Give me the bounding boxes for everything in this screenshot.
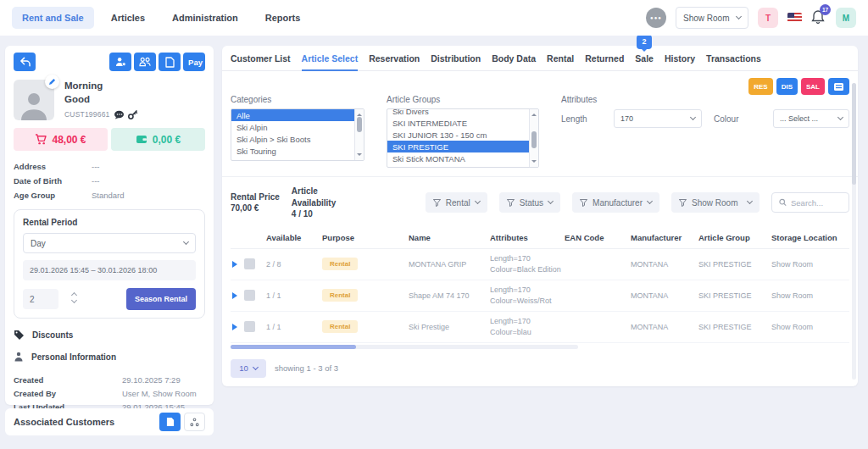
nav-administration[interactable]: Administration — [162, 7, 248, 29]
page-summary: showing 1 - 3 of 3 — [275, 363, 338, 373]
pay-button[interactable]: Pay — [183, 53, 205, 71]
res-mode-button[interactable]: RES — [748, 78, 772, 95]
customer-settings-button[interactable] — [109, 53, 131, 71]
page-size-select[interactable]: 10 — [231, 359, 266, 378]
scrollbar[interactable] — [529, 109, 538, 167]
tab-distribution[interactable]: Distribution — [431, 46, 481, 71]
chat-icon[interactable]: ●●● — [646, 8, 666, 28]
search-input[interactable] — [791, 198, 842, 208]
category-item[interactable]: Ski Alpin > Ski Boots — [231, 133, 354, 145]
date-range-input[interactable]: 29.01.2026 15:45 – 30.01.2026 18:00 — [23, 260, 196, 280]
associated-customers-button[interactable] — [134, 53, 156, 71]
search-box[interactable] — [771, 192, 849, 213]
nav-rent-and-sale[interactable]: Rent and Sale — [12, 7, 94, 29]
tab-body-data[interactable]: Body Data — [492, 46, 536, 71]
tab-rental[interactable]: Rental — [547, 46, 574, 71]
row-checkbox[interactable] — [244, 258, 255, 269]
tab-reservation[interactable]: Reservation — [369, 46, 420, 71]
article-group-item[interactable]: SKI JUNIOR 130 - 150 cm — [387, 129, 529, 141]
notifications-button[interactable]: 17 — [811, 9, 826, 26]
available-cell: 1 / 1 — [266, 291, 322, 300]
scroll-up-icon[interactable] — [357, 111, 362, 116]
article-group-item[interactable]: Ski Divers — [387, 108, 529, 117]
horizontal-scrollbar[interactable] — [231, 345, 578, 349]
paid-total: 0,00 € — [111, 128, 205, 151]
article-groups-listbox[interactable]: Ski Divers SKI INTERMEDIATE SKI JUNIOR 1… — [387, 108, 539, 168]
edit-customer-button[interactable] — [45, 75, 59, 89]
table-row[interactable]: 1 / 1 Rental Shape AM 74 170 Length=170C… — [231, 280, 849, 312]
document-icon — [165, 57, 175, 68]
scrollbar[interactable] — [354, 109, 364, 160]
scroll-down-icon[interactable] — [531, 160, 537, 165]
quantity-stepper[interactable] — [72, 293, 80, 305]
category-item[interactable]: Ski Touring > Touring Boots — [231, 157, 354, 160]
dis-mode-button[interactable]: DIS — [776, 78, 798, 95]
comment-icon[interactable] — [114, 110, 125, 119]
tab-article-select[interactable]: Article Select — [302, 46, 359, 71]
article-group-item[interactable]: SKI PRESTIGE — [387, 141, 529, 152]
personal-information-link[interactable]: Personal Information — [14, 352, 205, 362]
chevron-down-icon — [736, 14, 742, 19]
category-item[interactable]: Ski Touring — [231, 145, 354, 157]
colour-select[interactable]: ... Select ... — [773, 109, 849, 128]
attributes-cell: Length=170Colour=Weiss/Rot — [490, 285, 565, 306]
table-row[interactable]: 1 / 1 Rental Ski Prestige Length=170Colo… — [231, 312, 849, 343]
length-label: Length — [561, 114, 614, 124]
row-checkbox[interactable] — [244, 321, 255, 332]
key-icon[interactable] — [128, 109, 138, 119]
filter-storage-select[interactable]: Show Room — [671, 192, 760, 213]
field-date-of-birth: Date of Birth--- — [14, 174, 205, 188]
tab-customer-list[interactable]: Customer List — [231, 46, 291, 71]
user-avatar[interactable]: M — [836, 8, 856, 28]
tab-returned[interactable]: Returned — [585, 46, 624, 71]
nav-articles[interactable]: Articles — [101, 7, 155, 29]
chevron-down-icon — [475, 198, 481, 204]
list-icon — [834, 83, 843, 91]
filter-manufacturer-select[interactable]: Manufacturer — [572, 192, 659, 213]
document-icon — [166, 417, 175, 427]
back-button[interactable] — [14, 53, 36, 71]
language-flag-icon[interactable] — [787, 13, 802, 23]
filter-status-select[interactable]: Status — [499, 192, 560, 213]
expand-row-icon[interactable] — [232, 292, 241, 299]
scroll-down-icon[interactable] — [357, 153, 362, 158]
tab-transactions[interactable]: Transactions — [706, 46, 761, 71]
table-row[interactable]: 2 / 8 Rental MONTANA GRIP Length=170Colo… — [231, 249, 849, 280]
stepper-down-icon[interactable] — [72, 300, 80, 305]
list-view-button[interactable] — [828, 78, 849, 95]
category-item[interactable]: Ski Alpin — [231, 121, 354, 133]
tab-history[interactable]: History — [665, 46, 695, 71]
location-select[interactable]: Show Room — [676, 7, 748, 29]
article-group-item[interactable]: SKI INTERMEDIATE — [387, 117, 529, 129]
discounts-link[interactable]: Discounts — [14, 330, 205, 341]
tab-sale[interactable]: 2 Sale — [635, 46, 654, 71]
sal-mode-button[interactable]: SAL — [801, 78, 825, 95]
associated-add-document-button[interactable] — [159, 413, 181, 431]
article-group-item[interactable]: Ski Stick MONTANA — [387, 152, 529, 164]
document-button[interactable] — [159, 53, 181, 71]
chevron-down-icon — [548, 198, 554, 204]
rental-period-select[interactable]: Day — [23, 233, 196, 253]
quantity-input[interactable] — [23, 289, 58, 309]
nav-reports[interactable]: Reports — [255, 7, 311, 29]
length-select[interactable]: 170 — [614, 109, 702, 128]
season-rental-button[interactable]: Season Rental — [126, 288, 196, 310]
categories-listbox[interactable]: Alle Ski Alpin Ski Alpin > Ski Boots Ski… — [231, 108, 364, 161]
terminal-badge[interactable]: T — [758, 8, 778, 28]
expand-row-icon[interactable] — [232, 261, 241, 268]
article-group-item[interactable]: Snowboard — [387, 164, 529, 167]
person-gear-icon — [115, 57, 126, 67]
name-cell: MONTANA GRIP — [409, 260, 490, 269]
scroll-up-icon[interactable] — [531, 111, 537, 116]
article-summary-row: Rental Price 70,00 € Article Availabilit… — [222, 177, 858, 227]
filter-rental-select[interactable]: Rental — [426, 192, 487, 213]
expand-row-icon[interactable] — [232, 324, 241, 330]
category-item[interactable]: Alle — [231, 109, 354, 121]
article-group-cell: SKI PRESTIGE — [698, 323, 771, 331]
people-icon — [139, 57, 151, 67]
article-filter-section: RES DIS SAL Categories Alle Ski Alpin Sk… — [222, 71, 858, 177]
vertical-scrollbar[interactable] — [852, 83, 856, 380]
row-checkbox[interactable] — [244, 290, 255, 301]
funnel-icon — [433, 199, 441, 207]
associated-group-button[interactable] — [184, 413, 205, 431]
